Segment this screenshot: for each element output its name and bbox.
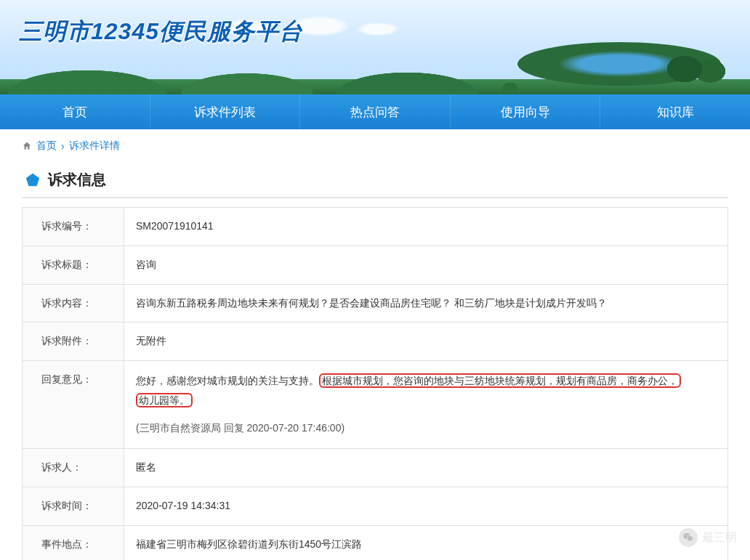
value-time: 2020-07-19 14:34:31 [124,487,728,525]
wechat-icon [679,528,698,547]
row-title: 诉求标题： 咨询 [23,245,728,284]
row-attachment: 诉求附件： 无附件 [23,322,728,361]
value-reply: 您好，感谢您对城市规划的关注与支持。根据城市规划，您咨询的地块与三纺地块统筹规划… [124,361,728,449]
value-content: 咨询东新五路税务周边地块未来有何规划？是否会建设商品房住宅呢？ 和三纺厂地块是计… [124,284,728,322]
value-id: SM20071910141 [124,208,728,246]
request-info-section: 诉求信息 诉求编号： SM20071910141 诉求标题： 咨询 诉求内容： … [0,160,750,560]
info-table: 诉求编号： SM20071910141 诉求标题： 咨询 诉求内容： 咨询东新五… [22,207,728,560]
breadcrumb: 首页 › 诉求件详情 [0,129,750,160]
nav-list[interactable]: 诉求件列表 [150,94,301,129]
value-person: 匿名 [124,448,728,487]
label-person: 诉求人： [23,448,124,487]
value-location: 福建省三明市梅列区徐碧街道列东街1450号江滨路 [124,525,728,560]
breadcrumb-sep-icon: › [61,140,65,152]
pentagon-badge-icon [25,172,41,188]
label-id: 诉求编号： [23,208,124,246]
value-attachment: 无附件 [124,322,728,361]
reply-text-highlight-1: 根据城市规划，您咨询的地块与三纺地块统筹规划，规划有商品房，商务办公， [319,373,681,388]
watermark-text: 最三明 [702,530,737,545]
row-location: 事件地点： 福建省三明市梅列区徐碧街道列东街1450号江滨路 [23,525,728,560]
breadcrumb-current[interactable]: 诉求件详情 [69,139,120,153]
row-person: 诉求人： 匿名 [23,448,728,487]
reply-text-highlight-2: 幼儿园等。 [136,393,193,407]
svg-marker-0 [26,173,39,185]
label-location: 事件地点： [23,525,124,560]
row-id: 诉求编号： SM20071910141 [23,208,728,246]
breadcrumb-home[interactable]: 首页 [36,139,57,153]
reply-meta: (三明市自然资源局 回复 2020-07-20 17:46:00) [136,418,716,438]
main-nav: 首页 诉求件列表 热点问答 使用向导 知识库 [0,94,750,129]
content-panel: 首页 › 诉求件详情 诉求信息 诉求编号： SM20071910141 诉求标题… [0,129,750,560]
value-title: 咨询 [124,245,728,284]
nav-kb[interactable]: 知识库 [600,94,750,129]
home-icon [22,140,32,152]
watermark: 最三明 [679,528,737,547]
label-content: 诉求内容： [23,284,124,322]
site-title: 三明市12345便民服务平台 [19,16,303,48]
trees-deco [496,29,728,94]
reply-text-head: 您好，感谢您对城市规划的关注与支持。 [136,375,319,386]
label-title: 诉求标题： [23,245,124,284]
nav-home[interactable]: 首页 [0,94,150,129]
label-attachment: 诉求附件： [23,322,124,361]
label-time: 诉求时间： [23,487,124,525]
row-content: 诉求内容： 咨询东新五路税务周边地块未来有何规划？是否会建设商品房住宅呢？ 和三… [23,284,728,322]
row-time: 诉求时间： 2020-07-19 14:34:31 [23,487,728,525]
nav-guide[interactable]: 使用向导 [451,94,601,129]
section-title: 诉求信息 [48,170,106,190]
label-reply: 回复意见： [23,361,124,449]
row-reply: 回复意见： 您好，感谢您对城市规划的关注与支持。根据城市规划，您咨询的地块与三纺… [23,361,728,449]
nav-faq[interactable]: 热点问答 [300,94,451,129]
header-banner: 三明市12345便民服务平台 [0,0,750,94]
section-header: 诉求信息 [22,160,728,198]
